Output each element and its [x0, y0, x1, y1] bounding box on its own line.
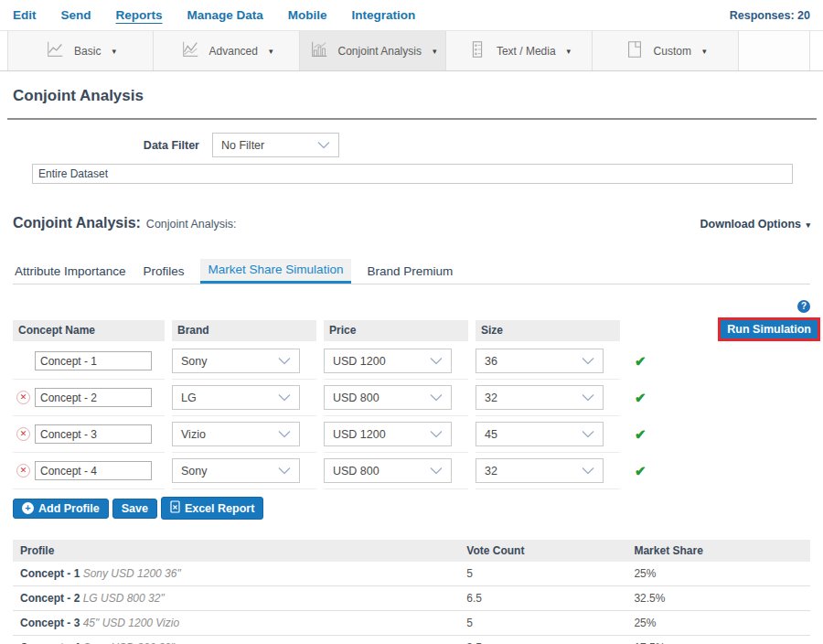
delete-row-icon[interactable] — [16, 391, 30, 404]
excel-file-icon — [170, 500, 180, 516]
top-nav: Edit Send Reports Manage Data Mobile Int… — [0, 0, 823, 30]
delete-row-icon[interactable] — [16, 464, 30, 478]
toolbar-item-conjoint-analysis[interactable]: Conjoint Analysis — [300, 31, 446, 70]
concept-row-4: Sony USD 800 32 — [13, 453, 810, 489]
brand-select[interactable]: Vizio — [172, 422, 300, 446]
toolbar-item-advanced[interactable]: Advanced — [154, 31, 300, 70]
caret-down-icon — [806, 220, 810, 230]
custom-page-icon — [625, 39, 645, 63]
price-select[interactable]: USD 1200 — [324, 422, 452, 446]
dataset-input[interactable] — [32, 164, 793, 184]
column-header-concept-name: Concept Name — [13, 320, 165, 341]
table-row: Concept - 1 Sony USD 1200 36" 5 25% — [13, 562, 810, 586]
report-tabs: Attribute Importance Profiles Market Sha… — [13, 259, 810, 284]
profile-desc: 45" USD 1200 Vizio — [83, 617, 179, 629]
brand-select[interactable]: Sony — [172, 458, 300, 483]
toolbar-item-label: Conjoint Analysis — [338, 45, 422, 58]
help-icon[interactable] — [797, 300, 810, 313]
valid-check-icon — [635, 353, 647, 370]
toolbar-item-label: Basic — [74, 45, 101, 58]
data-filter-select[interactable]: No Filter — [212, 133, 339, 157]
tab-attribute-importance[interactable]: Attribute Importance — [13, 261, 128, 284]
concept-row-3: Vizio USD 1200 45 — [13, 416, 810, 453]
chevron-down-icon — [430, 392, 443, 404]
chevron-down-icon — [430, 428, 443, 441]
price-select[interactable]: USD 800 — [324, 385, 452, 410]
tab-brand-premium[interactable]: Brand Premium — [365, 261, 454, 284]
brand-select[interactable]: LG — [172, 385, 300, 410]
results-header-vote-count: Vote Count — [459, 540, 626, 562]
brand-value: LG — [181, 392, 197, 404]
section-subtitle: Conjoint Analysis: — [146, 218, 237, 231]
tab-market-share-simulation[interactable]: Market Share Simulation — [200, 259, 352, 284]
line-chart-icon — [45, 39, 65, 63]
size-select[interactable]: 45 — [476, 422, 604, 446]
nav-item-manage-data[interactable]: Manage Data — [187, 8, 263, 22]
download-options-button[interactable]: Download Options — [700, 218, 810, 231]
toolbar-item-basic[interactable]: Basic — [7, 31, 154, 70]
text-media-icon — [467, 39, 487, 63]
table-row: Concept - 4 Sony USD 800 32" 3.5 17.5% — [13, 636, 810, 644]
excel-report-button[interactable]: Excel Report — [161, 497, 263, 520]
save-button[interactable]: Save — [112, 499, 157, 519]
profile-desc: Sony USD 1200 36" — [83, 567, 181, 580]
size-value: 36 — [485, 355, 497, 368]
toolbar-item-text-media[interactable]: Text / Media — [446, 31, 593, 70]
profile-name: Concept - 1 — [20, 567, 80, 580]
caret-down-icon — [702, 47, 707, 56]
price-select[interactable]: USD 1200 — [324, 349, 452, 373]
concept-name-input[interactable] — [35, 424, 152, 444]
chevron-down-icon — [430, 465, 443, 478]
delete-row-icon[interactable] — [16, 427, 30, 441]
column-header-price: Price — [324, 320, 468, 341]
size-value: 45 — [485, 428, 497, 441]
size-select[interactable]: 36 — [476, 349, 604, 373]
save-label: Save — [122, 502, 148, 515]
market-share: 25% — [626, 562, 810, 586]
toolbar-item-label: Advanced — [209, 45, 258, 58]
nav-item-reports[interactable]: Reports — [116, 8, 163, 22]
concept-name-input[interactable] — [35, 351, 152, 370]
page-title: Conjoint Analysis — [13, 87, 810, 105]
caret-down-icon — [112, 47, 116, 56]
size-select[interactable]: 32 — [476, 385, 604, 410]
results-header-market-share: Market Share — [626, 540, 810, 562]
tab-profiles[interactable]: Profiles — [142, 261, 187, 284]
chevron-down-icon — [582, 392, 594, 404]
chevron-down-icon — [278, 355, 291, 368]
toolbar-item-label: Text / Media — [497, 45, 556, 58]
multi-line-chart-icon — [180, 39, 200, 63]
concept-name-input[interactable] — [35, 388, 152, 407]
concept-name-input[interactable] — [35, 461, 152, 480]
concept-table-header: Concept Name Brand Price Size Run Simula… — [13, 320, 810, 341]
download-options-label: Download Options — [700, 218, 801, 231]
nav-item-integration[interactable]: Integration — [352, 8, 416, 22]
concept-row-2: LG USD 800 32 — [13, 380, 810, 416]
nav-item-edit[interactable]: Edit — [13, 8, 37, 22]
add-profile-button[interactable]: Add Profile — [13, 499, 109, 519]
chevron-down-icon — [430, 355, 443, 368]
chevron-down-icon — [582, 465, 594, 478]
data-filter-label: Data Filter — [13, 139, 199, 152]
results-header-profile: Profile — [13, 540, 459, 562]
nav-item-send[interactable]: Send — [61, 8, 91, 22]
chevron-down-icon — [582, 428, 594, 441]
size-select[interactable]: 32 — [476, 458, 604, 483]
column-header-size: Size — [476, 320, 620, 341]
brand-select[interactable]: Sony — [172, 349, 300, 373]
caret-down-icon — [433, 47, 437, 56]
vote-count: 5 — [459, 611, 626, 636]
profile-name: Concept - 3 — [20, 617, 80, 629]
brand-value: Sony — [181, 465, 208, 478]
nav-item-mobile[interactable]: Mobile — [288, 8, 327, 22]
toolbar-item-custom[interactable]: Custom — [593, 31, 739, 70]
section-title: Conjoint Analysis: — [13, 215, 141, 231]
vote-count: 5 — [459, 562, 626, 586]
report-toolbar: Basic Advanced Conjoint Analysis Text / … — [0, 30, 823, 71]
responses-count: Responses: 20 — [730, 9, 810, 22]
toolbar-filler — [739, 31, 810, 70]
profile-desc: LG USD 800 32" — [83, 592, 165, 605]
run-simulation-button[interactable]: Run Simulation — [718, 317, 820, 341]
vote-count: 6.5 — [459, 586, 626, 611]
price-select[interactable]: USD 800 — [324, 458, 452, 483]
